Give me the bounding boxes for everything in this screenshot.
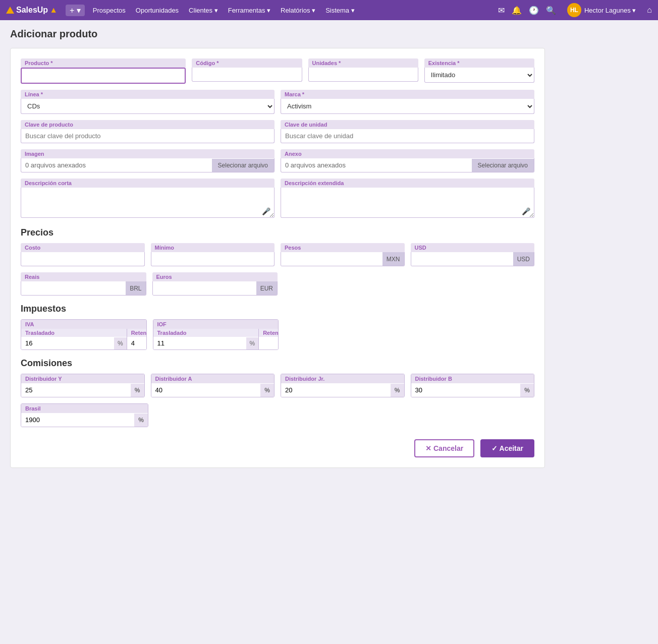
precios-row-1: Costo Mínimo Pesos MXN USD USD — [21, 243, 534, 266]
row-1: Producto * Código * Unidades * Existenci… — [21, 58, 534, 84]
comm-dist-y-input[interactable] — [21, 383, 131, 397]
iof-retenido-input[interactable] — [259, 337, 279, 349]
iof-trasladado-input[interactable] — [153, 337, 246, 349]
codigo-input[interactable] — [192, 68, 302, 82]
nav-oportunidades[interactable]: Oportunidades — [131, 0, 184, 20]
user-menu[interactable]: HL Hector Lagunes ▾ — [563, 3, 640, 17]
desc-corta-textarea[interactable] — [21, 188, 275, 218]
field-clave-unidad: Clave de unidad — [281, 120, 534, 143]
user-name: Hector Lagunes ▾ — [584, 7, 636, 14]
brand-logo[interactable]: SalesUp ▲ — [6, 6, 58, 15]
iof-box: IOF Trasladado % Retenido % — [153, 319, 279, 350]
imagen-file-count: 0 arquivos anexados — [21, 158, 212, 172]
comm-dist-a-label: Distribuidor A — [151, 374, 275, 383]
row-2: Línea * CDs Marca * Activism — [21, 90, 534, 114]
desc-extendida-textarea[interactable] — [281, 188, 534, 218]
imagen-select-button[interactable]: Selecionar arquivo — [212, 159, 274, 172]
field-imagen: Imagen 0 arquivos anexados Selecionar ar… — [21, 149, 275, 172]
producto-input[interactable] — [26, 72, 181, 79]
comm-dist-b-badge: % — [520, 384, 534, 397]
label-linea: Línea * — [21, 90, 275, 99]
existencia-select[interactable]: Ilimitado — [424, 68, 534, 83]
mail-icon[interactable]: ✉ — [498, 6, 505, 15]
field-reais: Reais BRL — [21, 272, 146, 296]
field-marca: Marca * Activism — [281, 90, 534, 114]
add-menu-button[interactable]: + ▾ — [66, 5, 85, 16]
costo-input[interactable] — [21, 252, 145, 266]
nav-prospectos[interactable]: Prospectos — [88, 0, 131, 20]
clave-unidad-input[interactable] — [281, 129, 534, 143]
label-unidades: Unidades * — [308, 58, 418, 68]
linea-select[interactable]: CDs — [21, 99, 275, 114]
form-card: Producto * Código * Unidades * Existenci… — [10, 48, 545, 468]
accept-button[interactable]: ✓ Aceitar — [480, 439, 534, 457]
iof-trasladado-field: Trasladado % — [153, 329, 259, 349]
desc-corta-wrapper: 🎤 — [21, 188, 275, 219]
unidades-input[interactable] — [308, 68, 418, 82]
comm-dist-jr-label: Distribuidor Jr. — [281, 374, 404, 383]
iof-subrow: Trasladado % Retenido % — [153, 329, 279, 349]
pesos-input-wrapper: MXN — [281, 252, 405, 266]
iva-retenido-label: Retenido — [127, 329, 147, 337]
label-minimo: Mínimo — [151, 243, 275, 252]
comm-dist-a: Distribuidor A % — [151, 374, 275, 397]
navbar: SalesUp ▲ + ▾ Prospectos Oportunidades C… — [0, 0, 658, 20]
label-euros: Euros — [152, 272, 278, 281]
usd-input[interactable] — [411, 252, 513, 266]
comisiones-section-title: Comisiones — [21, 358, 534, 369]
comm-dist-b-input[interactable] — [411, 383, 521, 397]
field-linea: Línea * CDs — [21, 90, 275, 114]
clave-producto-input[interactable] — [21, 129, 275, 143]
marca-select[interactable]: Activism — [281, 99, 534, 114]
comm-dist-y-label: Distribuidor Y — [21, 374, 144, 383]
pesos-input[interactable] — [281, 252, 382, 266]
iof-retenido-input-row: % — [259, 337, 279, 349]
iva-trasladado-input[interactable] — [21, 337, 114, 349]
iof-label: IOF — [153, 320, 279, 329]
comm-dist-a-input[interactable] — [151, 383, 261, 397]
imagen-file-row: 0 arquivos anexados Selecionar arquivo — [21, 158, 275, 172]
notification-icon[interactable]: 🔔 — [512, 6, 522, 15]
brand-name: SalesUp — [16, 6, 48, 15]
anexo-select-button[interactable]: Selecionar arquivo — [472, 159, 534, 172]
euros-input[interactable] — [153, 281, 256, 295]
reais-input[interactable] — [21, 281, 126, 295]
comm-dist-jr-input[interactable] — [281, 383, 391, 397]
field-costo: Costo — [21, 243, 145, 266]
iof-trasladado-label: Trasladado — [153, 329, 259, 337]
desc-extendida-wrapper: 🎤 — [281, 188, 534, 219]
field-desc-extendida: Descripción extendida 🎤 — [281, 179, 534, 219]
label-usd: USD — [411, 243, 535, 252]
iva-trasladado-input-row: % — [21, 337, 127, 349]
history-icon[interactable]: 🕐 — [529, 6, 539, 15]
field-usd: USD USD — [411, 243, 535, 266]
pesos-currency-badge: MXN — [382, 252, 404, 266]
field-unidades: Unidades * — [308, 58, 418, 84]
label-producto: Producto * — [21, 58, 186, 68]
comm-brasil: Brasil % — [21, 403, 148, 427]
comm-brasil-input-row: % — [21, 413, 148, 427]
comm-brasil-input[interactable] — [21, 413, 134, 427]
minimo-input[interactable] — [151, 252, 275, 266]
nav-clientes[interactable]: Clientes ▾ — [184, 0, 223, 20]
field-minimo: Mínimo — [151, 243, 275, 266]
home-icon[interactable]: ⌂ — [647, 6, 652, 15]
precios-section-title: Precios — [21, 227, 534, 238]
label-marca: Marca * — [281, 90, 534, 99]
nav-sistema[interactable]: Sistema ▾ — [320, 0, 360, 20]
producto-input-wrapper — [21, 68, 186, 84]
iva-trasladado-field: Trasladado % — [21, 329, 127, 349]
cancel-button[interactable]: ✕ Cancelar — [414, 439, 474, 457]
nav-ferramentas[interactable]: Ferramentas ▾ — [223, 0, 276, 20]
form-footer: ✕ Cancelar ✓ Aceitar — [21, 439, 534, 457]
search-icon[interactable]: 🔍 — [546, 6, 556, 15]
iva-retenido-input[interactable] — [127, 337, 147, 349]
iva-retenido-input-row: % — [127, 337, 147, 349]
row-3: Clave de producto Clave de unidad — [21, 120, 534, 143]
iva-box: IVA Trasladado % Retenido % — [21, 319, 147, 350]
nav-relatorios[interactable]: Relatórios ▾ — [276, 0, 320, 20]
page-container: Adicionar produto Producto * Código * Un… — [0, 20, 555, 476]
anexo-file-row: 0 arquivos anexados Selecionar arquivo — [281, 158, 534, 172]
field-producto: Producto * — [21, 58, 186, 84]
label-codigo: Código * — [192, 58, 302, 68]
